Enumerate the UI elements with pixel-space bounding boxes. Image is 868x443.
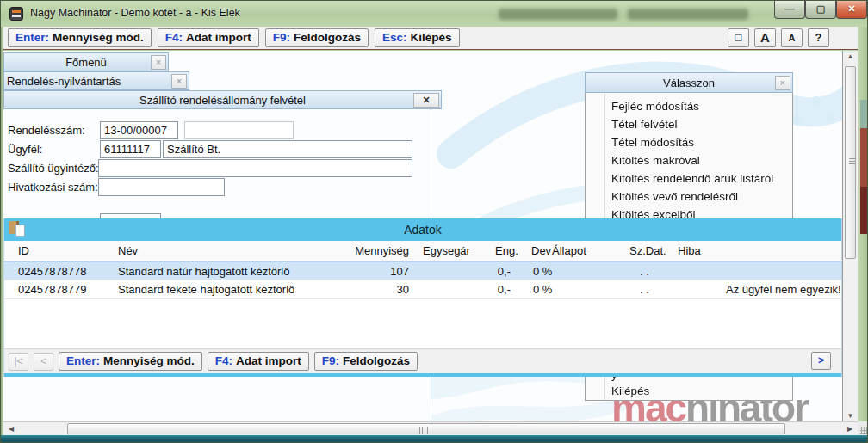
szallito-titlebar: Szállító rendelésállomány felvétel ✕ <box>3 90 442 109</box>
minimize-button[interactable]: — <box>774 1 805 19</box>
window-right-border <box>858 27 868 421</box>
col-dev: Dev <box>531 244 551 257</box>
kilepes-button[interactable]: Esc: Kilépés <box>375 28 460 47</box>
col-allapot: Állapot <box>552 244 586 257</box>
rendelesszam-input[interactable] <box>100 121 178 139</box>
app-icon <box>9 7 23 21</box>
window-title: Nagy Machinátor - Demó kötet - a - Kis E… <box>30 7 240 19</box>
menu-item-makroval[interactable]: Kitöltés makróval <box>611 152 700 170</box>
window-bottom-edge <box>1 435 868 443</box>
close-button[interactable]: ✕ <box>836 1 867 19</box>
ugyfel-code-input[interactable] <box>100 140 161 158</box>
scroll-down-icon[interactable]: ▼ <box>843 412 858 420</box>
fomenu-title: Főmenü <box>4 56 168 69</box>
window-titlebar: Nagy Machinátor - Demó kötet - a - Kis E… <box>1 1 868 27</box>
rendelesszam-label: Rendelésszám: <box>8 124 85 137</box>
col-nev: Név <box>118 244 138 257</box>
rendeles-title: Rendelés-nyilvántartás <box>7 75 121 88</box>
menu-item-tetel-modositas[interactable]: Tétel módosítás <box>611 134 694 152</box>
col-eng: Eng. <box>495 244 518 257</box>
rendeles-close-icon[interactable]: × <box>171 74 187 89</box>
feldolgozas-button[interactable]: F9: Feldolgozás <box>314 352 418 371</box>
col-id: ID <box>18 244 29 257</box>
col-szdat: Sz.Dat. <box>629 244 666 257</box>
table-row[interactable]: 02457878779 Standard fekete hajtogatott … <box>4 280 841 299</box>
horizontal-scrollbar[interactable]: ◀ ▶ <box>3 421 858 435</box>
menu-item-fejlec[interactable]: Fejléc módosítás <box>611 98 699 116</box>
hivatkozasi-input[interactable] <box>98 178 225 196</box>
fomenu-close-icon[interactable]: × <box>151 55 166 70</box>
valasszon-title: Válasszon <box>586 77 792 89</box>
ugyfel-label: Ügyfél: <box>8 143 42 156</box>
scroll-left-icon[interactable]: ◀ <box>5 425 17 433</box>
ugyintezo-label: Szállító ügyintéző: <box>8 162 99 175</box>
vertical-scroll-thumb[interactable] <box>845 66 856 259</box>
help-button[interactable]: ? <box>808 28 829 47</box>
adat-import-button[interactable]: F4: Adat import <box>158 28 259 47</box>
col-mennyiseg: Mennyiség <box>336 244 409 257</box>
valasszon-titlebar: Válasszon × <box>585 72 793 93</box>
adatok-title: Adatok <box>4 223 841 237</box>
maximize-button[interactable]: ▢ <box>805 1 836 19</box>
ugyintezo-input[interactable] <box>98 159 412 177</box>
mdi-area: machinátor Szállító rendelésállomány fel… <box>3 51 842 421</box>
resize-grip[interactable] <box>858 421 868 435</box>
menu-item-rendelendo[interactable]: Kitöltés rendelendő áruk listáról <box>611 170 773 188</box>
mennyiseg-mod-button[interactable]: Enter: Mennyiség mód. <box>8 28 152 47</box>
nav-next-button[interactable]: > <box>811 352 831 370</box>
menu-item-vevo[interactable]: Kitöltés vevő rendelésről <box>611 188 738 206</box>
szallito-close-icon[interactable]: ✕ <box>413 93 439 108</box>
horizontal-scroll-thumb[interactable] <box>67 423 785 434</box>
scroll-grip <box>849 158 856 166</box>
rendelesszam-extra-input[interactable] <box>184 121 294 139</box>
toolbar-right-group: □ A A ? <box>728 28 829 47</box>
nav-prev-button[interactable]: < <box>34 353 53 371</box>
table-row[interactable]: 02457878778 Standard natúr hajtogatott k… <box>4 261 841 280</box>
fomenu-bar[interactable]: Főmenü × <box>3 52 169 71</box>
feldolgozas-button[interactable]: F9: Feldolgozás <box>265 28 369 47</box>
main-window: Nagy Machinátor - Demó kötet - a - Kis E… <box>0 0 868 443</box>
adatok-window: Adatok ID Név Mennyiség Egysegár Eng. De… <box>3 218 842 377</box>
col-egysegar: Egysegár <box>423 244 470 257</box>
valasszon-close-icon[interactable]: × <box>775 76 790 90</box>
adatok-bottom-edge <box>4 373 841 377</box>
nav-first-button[interactable]: |< <box>9 353 28 371</box>
adat-import-button[interactable]: F4: Adat import <box>208 352 309 371</box>
menu-item-tetel-felvetel[interactable]: Tétel felvétel <box>611 116 678 134</box>
window-frame-button[interactable]: □ <box>728 28 749 47</box>
table-header: ID Név Mennyiség Egysegár Eng. Dev Állap… <box>4 241 841 261</box>
szallito-title: Szállító rendelésállomány felvétel <box>4 94 441 107</box>
redacted-text <box>628 9 748 20</box>
scroll-up-icon[interactable]: ▲ <box>843 52 858 60</box>
rendeles-bar[interactable]: Rendelés-nyilvántartás × <box>3 71 189 90</box>
scroll-grip <box>419 427 428 434</box>
vertical-scrollbar[interactable]: ▲ ▼ <box>842 51 858 421</box>
ugyfel-name-input[interactable] <box>163 140 412 158</box>
mennyiseg-mod-button[interactable]: Enter: Mennyiség mód. <box>59 352 202 371</box>
col-hiba: Hiba <box>678 244 701 257</box>
redacted-text <box>499 9 617 20</box>
adatok-header: Adatok <box>4 218 841 241</box>
font-large-button[interactable]: A <box>754 28 776 47</box>
font-small-button[interactable]: A <box>781 28 803 47</box>
adatok-toolbar: |< < Enter: Mennyiség mód. F4: Adat impo… <box>4 348 841 373</box>
scroll-right-icon[interactable]: ▶ <box>844 425 856 433</box>
hivatkozasi-label: Hivatkozási szám: <box>8 181 98 194</box>
menu-item-kilepes[interactable]: Kilépés <box>611 383 649 401</box>
